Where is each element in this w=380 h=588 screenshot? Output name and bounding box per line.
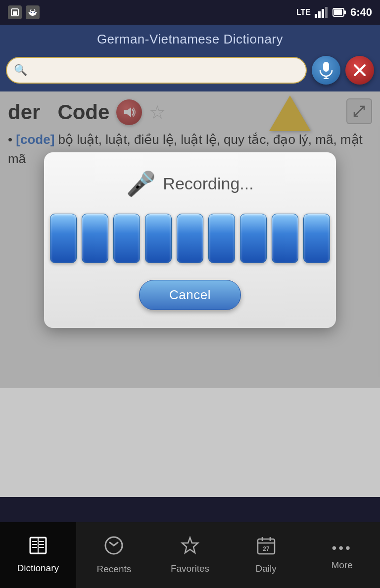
cancel-recording-button[interactable]: Cancel bbox=[139, 280, 241, 310]
svg-point-5 bbox=[31, 12, 32, 13]
svg-rect-10 bbox=[318, 11, 321, 18]
mic-icon bbox=[319, 61, 333, 79]
nav-item-recents[interactable]: Recents bbox=[76, 522, 152, 588]
sim-icon bbox=[8, 5, 22, 19]
svg-rect-1 bbox=[13, 11, 17, 15]
clear-button[interactable] bbox=[345, 56, 374, 85]
svg-text:27: 27 bbox=[263, 545, 270, 552]
recording-title: 🎤 Recording... bbox=[126, 170, 253, 198]
recents-nav-icon bbox=[104, 536, 124, 560]
svg-rect-14 bbox=[334, 9, 342, 15]
close-icon bbox=[353, 63, 367, 77]
main-content: der Code ☆ • [code] bộ luật, luật, điều … bbox=[0, 91, 380, 388]
gray-area bbox=[0, 388, 380, 497]
svg-marker-33 bbox=[182, 538, 198, 553]
status-left-icons bbox=[8, 5, 40, 19]
svg-rect-11 bbox=[322, 9, 324, 18]
search-bar: 🔍 bbox=[0, 52, 380, 91]
recording-label: Recording... bbox=[163, 174, 253, 193]
search-icon: 🔍 bbox=[14, 64, 27, 77]
svg-rect-15 bbox=[344, 10, 346, 14]
network-indicator: LTE bbox=[296, 8, 311, 17]
nav-item-daily[interactable]: 27 Daily bbox=[228, 522, 304, 588]
audio-bar-7 bbox=[240, 214, 267, 263]
app-header: German-Vietnamese Dictionary bbox=[0, 25, 380, 52]
svg-point-2 bbox=[29, 11, 36, 16]
nav-item-dictionary[interactable]: Dictionary bbox=[0, 522, 76, 588]
audio-bar-9 bbox=[303, 214, 330, 263]
status-right-info: LTE 6:40 bbox=[296, 6, 372, 19]
microphone-button[interactable] bbox=[312, 56, 340, 85]
audio-bar-4 bbox=[145, 214, 172, 263]
favorites-nav-label: Favorites bbox=[171, 563, 209, 574]
more-nav-label: More bbox=[332, 560, 353, 571]
svg-line-3 bbox=[29, 12, 30, 13]
app-title: German-Vietnamese Dictionary bbox=[97, 32, 283, 46]
svg-rect-12 bbox=[325, 7, 328, 18]
nav-item-favorites[interactable]: Favorites bbox=[152, 522, 228, 588]
recents-nav-label: Recents bbox=[97, 564, 132, 575]
svg-rect-16 bbox=[323, 62, 329, 72]
daily-nav-icon: 27 bbox=[257, 536, 276, 559]
signal-icon bbox=[315, 7, 329, 18]
dictionary-nav-icon bbox=[28, 537, 48, 559]
search-input[interactable] bbox=[31, 64, 299, 77]
audio-bar-3 bbox=[113, 214, 140, 263]
android-icon bbox=[26, 5, 40, 19]
audio-bar-6 bbox=[208, 214, 235, 263]
modal-mic-icon: 🎤 bbox=[126, 170, 156, 198]
bottom-nav: Dictionary Recents Favorites 27 bbox=[0, 522, 380, 588]
dictionary-nav-label: Dictionary bbox=[17, 563, 59, 574]
svg-line-7 bbox=[30, 9, 31, 11]
audio-bar-2 bbox=[82, 214, 108, 263]
status-bar: LTE 6:40 bbox=[0, 0, 380, 25]
daily-nav-label: Daily bbox=[255, 563, 276, 574]
recording-modal-overlay: 🎤 Recording... Cancel bbox=[0, 91, 380, 388]
svg-line-8 bbox=[34, 9, 35, 11]
search-input-wrapper[interactable]: 🔍 bbox=[6, 57, 307, 84]
audio-bar-8 bbox=[272, 214, 298, 263]
svg-rect-9 bbox=[315, 14, 317, 18]
more-nav-icon: ••• bbox=[332, 540, 352, 556]
svg-point-6 bbox=[34, 12, 35, 13]
battery-icon bbox=[332, 7, 346, 17]
time-display: 6:40 bbox=[350, 6, 372, 19]
recording-modal: 🎤 Recording... Cancel bbox=[44, 152, 336, 328]
svg-line-4 bbox=[36, 12, 37, 13]
audio-bar-5 bbox=[177, 214, 203, 263]
audio-bars bbox=[50, 214, 330, 263]
favorites-nav-icon bbox=[180, 536, 200, 559]
audio-bar-1 bbox=[50, 214, 77, 263]
nav-item-more[interactable]: ••• More bbox=[304, 522, 380, 588]
